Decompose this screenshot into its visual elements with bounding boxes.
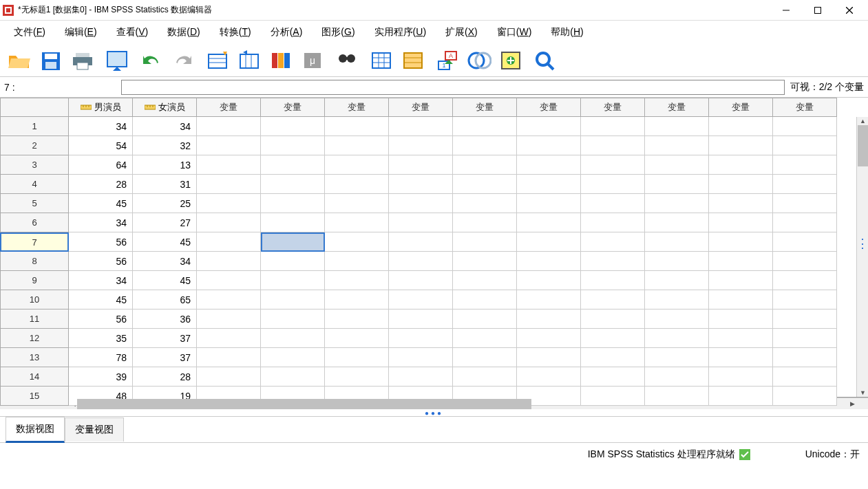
row-header[interactable]: 5 — [0, 194, 69, 213]
row-header[interactable]: 6 — [0, 213, 69, 232]
data-cell[interactable] — [709, 271, 773, 290]
data-cell[interactable] — [517, 252, 581, 271]
data-cell[interactable] — [773, 117, 837, 136]
data-cell[interactable]: 64 — [69, 155, 133, 175]
data-cell[interactable] — [581, 194, 645, 213]
data-cell[interactable] — [709, 136, 773, 155]
data-cell[interactable] — [261, 117, 325, 136]
data-cell[interactable] — [261, 194, 325, 213]
data-cell[interactable] — [453, 367, 517, 387]
data-cell[interactable]: 45 — [133, 271, 197, 290]
data-cell[interactable] — [453, 213, 517, 232]
data-cell[interactable] — [517, 175, 581, 194]
data-cell[interactable] — [389, 348, 453, 367]
menu-file[interactable]: 文件(F) — [4, 22, 55, 43]
data-cell[interactable] — [325, 271, 389, 290]
goto-case-button[interactable] — [204, 47, 231, 74]
data-cell[interactable] — [517, 271, 581, 290]
data-cell[interactable] — [453, 348, 517, 367]
data-cell[interactable] — [389, 290, 453, 309]
data-cell[interactable] — [453, 290, 517, 309]
find-button[interactable] — [333, 47, 361, 74]
data-cell[interactable] — [389, 367, 453, 387]
data-cell[interactable] — [709, 252, 773, 271]
data-cell[interactable] — [517, 329, 581, 348]
menu-data[interactable]: 数据(D) — [158, 22, 209, 43]
data-cell[interactable]: 54 — [69, 136, 133, 155]
data-cell[interactable] — [389, 175, 453, 194]
data-cell[interactable] — [709, 367, 773, 387]
recall-dialog-button[interactable] — [103, 47, 131, 74]
data-cell[interactable] — [773, 290, 837, 309]
data-cell[interactable]: 13 — [133, 155, 197, 175]
data-cell[interactable] — [645, 252, 709, 271]
vertical-scroll-thumb[interactable] — [858, 125, 868, 166]
data-cell[interactable] — [645, 329, 709, 348]
data-cell[interactable] — [325, 329, 389, 348]
menu-utilities[interactable]: 实用程序(U) — [365, 22, 436, 43]
data-cell[interactable] — [517, 194, 581, 213]
data-cell[interactable] — [517, 309, 581, 329]
data-cell[interactable] — [581, 155, 645, 175]
row-header[interactable]: 11 — [0, 309, 69, 329]
data-cell[interactable]: 34 — [69, 271, 133, 290]
data-cell[interactable] — [325, 252, 389, 271]
data-cell[interactable]: 56 — [69, 309, 133, 329]
data-cell[interactable] — [325, 136, 389, 155]
menu-view[interactable]: 查看(V) — [107, 22, 158, 43]
column-header-1[interactable]: 男演员 — [69, 98, 133, 117]
data-cell[interactable] — [581, 367, 645, 387]
data-cell[interactable] — [261, 329, 325, 348]
splitter-handle-icon[interactable]: ●●● — [0, 409, 868, 416]
data-cell[interactable] — [197, 271, 261, 290]
data-cell[interactable] — [645, 213, 709, 232]
data-cell[interactable]: 28 — [69, 175, 133, 194]
data-cell[interactable] — [197, 155, 261, 175]
data-cell[interactable] — [197, 117, 261, 136]
save-button[interactable] — [37, 47, 65, 74]
search-button[interactable] — [531, 47, 559, 74]
data-cell[interactable] — [517, 348, 581, 367]
data-cell[interactable] — [197, 175, 261, 194]
data-cell[interactable] — [645, 175, 709, 194]
menu-edit[interactable]: 编辑(E) — [55, 22, 107, 43]
data-cell[interactable] — [517, 213, 581, 232]
menu-analyze[interactable]: 分析(A) — [261, 22, 313, 43]
data-cell[interactable] — [709, 213, 773, 232]
data-cell[interactable] — [261, 271, 325, 290]
data-cell[interactable]: 45 — [69, 290, 133, 309]
data-cell[interactable]: 35 — [69, 329, 133, 348]
data-cell[interactable] — [261, 290, 325, 309]
tab-variable-view[interactable]: 变量视图 — [65, 417, 124, 442]
data-cell[interactable]: 56 — [69, 252, 133, 271]
data-cell[interactable] — [773, 213, 837, 232]
data-cell[interactable] — [581, 213, 645, 232]
menu-window[interactable]: 窗口(W) — [487, 22, 542, 43]
data-cell[interactable] — [261, 213, 325, 232]
data-cell[interactable] — [709, 290, 773, 309]
data-cell[interactable] — [773, 175, 837, 194]
data-cell[interactable] — [581, 329, 645, 348]
data-cell[interactable] — [453, 194, 517, 213]
data-cell[interactable] — [453, 175, 517, 194]
row-header[interactable]: 14 — [0, 367, 69, 387]
data-cell[interactable] — [581, 309, 645, 329]
data-cell[interactable] — [645, 348, 709, 367]
data-cell[interactable] — [709, 232, 773, 252]
variables-button[interactable] — [267, 47, 295, 74]
data-cell[interactable]: 34 — [133, 252, 197, 271]
row-header[interactable]: 2 — [0, 136, 69, 155]
data-cell[interactable] — [709, 194, 773, 213]
data-cell[interactable] — [645, 367, 709, 387]
column-header-2[interactable]: 女演员 — [133, 98, 197, 117]
data-cell[interactable]: 28 — [133, 367, 197, 387]
data-cell[interactable] — [261, 252, 325, 271]
data-cell[interactable] — [581, 117, 645, 136]
column-header-empty[interactable]: 变量 — [325, 98, 389, 117]
data-cell[interactable] — [645, 194, 709, 213]
row-header[interactable]: 12 — [0, 329, 69, 348]
data-cell[interactable]: 45 — [69, 194, 133, 213]
data-cell[interactable] — [645, 117, 709, 136]
data-cell[interactable] — [325, 175, 389, 194]
select-cases-button[interactable]: A1 — [434, 47, 461, 74]
